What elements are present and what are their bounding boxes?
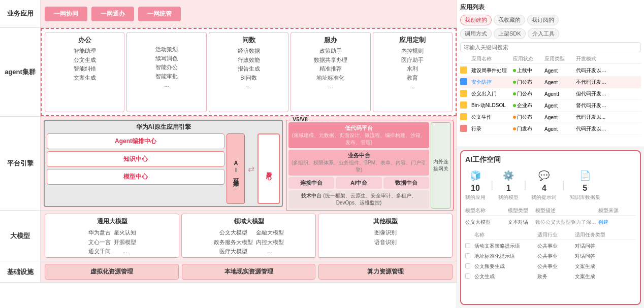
stat-model-icon: ⚙️ — [501, 168, 516, 183]
biz-center-title: 业务中台 — [292, 152, 426, 159]
filter-sdk[interactable]: 上架SDK — [494, 28, 526, 39]
app-table-body: 建设局事件处理 上线中 Agent 代码开发以及... 安全防控 门公布 Age… — [460, 65, 641, 144]
mth-name: 模型名称 — [465, 207, 506, 214]
agent-office2-title: . — [130, 36, 203, 43]
app-name-2: 安全防控 — [471, 79, 512, 86]
mid-row: 连接中台 AI中台 数据中台 — [288, 177, 429, 189]
stat-model: ⚙️ 1 我的模型 — [498, 168, 519, 201]
app-mode-3: 但代码开发以... — [576, 90, 606, 97]
model-domain-col1: 公文大模型政务服务大模型医疗大模型 — [214, 228, 253, 256]
right-panel: 应用列表 我创建的 我收藏的 我订阅的 调用方式 上架SDK 介入工具 应用名称… — [457, 0, 644, 308]
biz-center-subtitle: (多组织、权限体系、业务组件、BPM、表单、内容、门户引擎) — [292, 159, 426, 174]
mtr-type-1: 文本对话 — [508, 219, 533, 226]
prompt-row-3: 公文频要生成 公共事业 文案生成 — [465, 261, 636, 271]
tab-subscribed[interactable]: 我订阅的 — [527, 15, 559, 25]
table-row: Bin-动NLDSOL 企业布 Agent 督代码开发以... — [460, 100, 641, 112]
app-type-3: Agentl — [544, 91, 575, 97]
mtr-src-1[interactable]: 创建 — [598, 219, 624, 226]
model-domain: 领域大模型 公文大模型政务服务大模型医疗大模型 金融大模型内控大模型... — [181, 214, 316, 258]
tab-created[interactable]: 我创建的 — [460, 15, 492, 25]
app-type-6: Agent — [544, 126, 575, 132]
col-appname: 应用名称 — [471, 55, 512, 62]
agent-ask-items: 经济数据行政效能报告生成BI问数... — [212, 47, 285, 91]
app-name-6: 行录 — [471, 125, 512, 132]
app-search[interactable] — [460, 42, 641, 52]
checkbox-2[interactable] — [465, 253, 470, 258]
app-name-4: Bin-动NLDSOL — [471, 102, 512, 109]
biz-center: 业务中台 (多组织、权限体系、业务组件、BPM、表单、内容、门户引擎) — [288, 150, 429, 176]
checkbox-4[interactable] — [465, 273, 470, 279]
label-yywl: 业务应用 — [0, 0, 41, 27]
platform-side-col: AI可信治理 — [227, 133, 245, 204]
filter-tool[interactable]: 介入工具 — [528, 28, 559, 39]
stat-app-num: 10 — [471, 184, 480, 193]
infra-virtual: 虚拟化资源管理 — [45, 264, 179, 280]
model-domain-title: 领域大模型 — [185, 217, 312, 226]
connect-gateway: 内外连接网关 — [431, 122, 451, 209]
pth-task: 适用任务类型 — [575, 231, 610, 238]
btn-yywtg[interactable]: 一网统管 — [138, 7, 181, 21]
row-yywl: 业务应用 一网协同 一网通办 一网统管 — [0, 0, 457, 28]
agent-box-ask: 问数 经济数据行政效能报告生成BI问数... — [209, 32, 288, 112]
app-list-title: 应用列表 — [460, 3, 641, 12]
prompt-table-header: 名称 适用行业 适用任务类型 — [465, 230, 636, 240]
mth-type: 模型类型 — [508, 207, 533, 214]
row-agent: agent集群 办公 智能助理公文生成智能纠错文案生成 . 活动策划续写润色智能… — [0, 28, 457, 117]
filter-call[interactable]: 调用方式 — [460, 28, 492, 39]
btn-yywto[interactable]: 一网通办 — [91, 7, 134, 21]
app-icon-2 — [460, 78, 467, 85]
stat-sep2: | — [524, 179, 526, 191]
app-mode-5: 代码开发以... — [576, 114, 606, 121]
checkbox-3[interactable] — [465, 263, 470, 268]
prompt-task-1: 对话问答 — [575, 243, 610, 250]
status-dot-3 — [513, 92, 516, 95]
app-list-tabs: 我创建的 我收藏的 我订阅的 — [460, 15, 641, 25]
stat-prompt: 💬 4 我的提示词 — [531, 168, 557, 201]
app-icon-6 — [460, 125, 467, 132]
agent-office2-items: 活动策划续写润色智能办公智能审批... — [130, 45, 203, 90]
prompt-name-3: 公文频要生成 — [474, 263, 535, 270]
prompt-task-2: 对话问答 — [575, 253, 610, 260]
stat-app: 🧊 10 我的应用 — [465, 168, 486, 201]
model-general-title: 通用大模型 — [48, 217, 176, 226]
data-center: 数据中台 — [383, 177, 429, 189]
app-type-5: Agent — [544, 115, 575, 120]
stat-sep1: | — [491, 179, 493, 191]
table-row: 公义出入门 门公布 Agentl 但代码开发以... — [460, 88, 641, 100]
app-icon-5 — [460, 113, 467, 120]
tab-collected[interactable]: 我收藏的 — [494, 15, 525, 25]
table-row: 公文生作 门公布 Agent 代码开发以... — [460, 112, 641, 123]
app-status-4: 企业布 — [513, 102, 543, 109]
platform-arrow: ⇄ — [247, 133, 255, 204]
prompt-industry-4: 政务 — [537, 273, 573, 280]
prompt-section: 名称 适用行业 适用任务类型 活动文案策略提示语 公共事业 对话问答 地址标准化… — [465, 230, 636, 282]
app-icon-4 — [460, 101, 467, 109]
agent-box-custom: 应用定制 内控规则医疗助手水利教育... — [373, 32, 453, 112]
model-table-row: 公义大模型 文本对话 数位公义大型型驱力了深耕公义领域、打造智能化... 创建 — [465, 217, 636, 227]
prompt-row-1: 活动文案策略提示语 公共事业 对话问答 — [465, 241, 636, 251]
label-infra: 基础设施 — [0, 261, 41, 282]
app-mode-1: 代码开发以及... — [576, 67, 606, 74]
model-general-items: 华为盘古文心一言通义千问 星火认知开源模型... — [48, 228, 176, 256]
app-mode-4: 督代码开发以... — [576, 102, 606, 109]
stat-sep3: | — [562, 179, 564, 191]
infra-content: 虚拟化资源管理 本地现实资源管理 算力资源管理 — [41, 261, 457, 282]
btn-yywxh[interactable]: 一网协同 — [45, 7, 87, 21]
low-code-title: 低代码平台 — [292, 124, 426, 132]
agent-office-items: 智能助理公文生成智能纠错文案生成 — [48, 47, 121, 82]
model-table-header: 模型名称 模型类型 模型描述 模型来源 — [465, 206, 636, 216]
status-dot-1 — [513, 69, 516, 72]
platform-inner: 华为AI原生应用引擎 Agent编排中心 知识中心 模型中心 AI可信治理 ⇄ … — [44, 120, 454, 207]
platform-left-box: 华为AI原生应用引擎 Agent编排中心 知识中心 模型中心 AI可信治理 ⇄ … — [44, 120, 283, 207]
status-dot-6 — [513, 127, 516, 130]
infra-local: 本地现实资源管理 — [182, 264, 316, 280]
row-model: 大模型 通用大模型 华为盘古文心一言通义千问 星火认知开源模型... 领域大模型 — [0, 211, 457, 261]
v5v8-label: V5/V8 — [291, 116, 310, 122]
prompt-name-4: 公文生成 — [474, 273, 535, 280]
label-agent: agent集群 — [0, 28, 41, 116]
label-model: 大模型 — [0, 211, 41, 261]
infra-compute: 算力资源管理 — [318, 264, 453, 280]
checkbox-1[interactable] — [465, 243, 470, 248]
platform-right: V5/V8 低代码平台 (领域建模、元数据、页面设计、微流程、编排构建、沙箱、发… — [286, 120, 454, 207]
pth-industry: 适用行业 — [537, 231, 573, 238]
